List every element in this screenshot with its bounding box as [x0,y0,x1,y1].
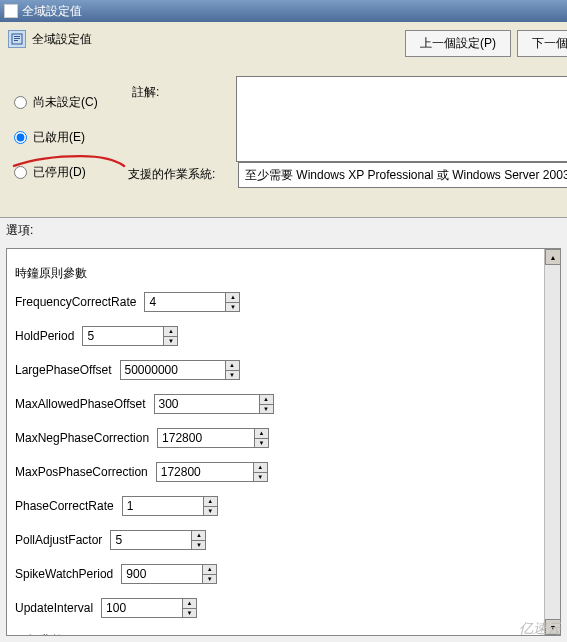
param-row-polladjustfactor: PollAdjustFactor ▲ ▼ [15,530,540,550]
prev-setting-button[interactable]: 上一個設定(P) [405,30,511,57]
param-label-phasecorrectrate: PhaseCorrectRate [15,499,122,513]
param-label-maxallowedphaseoffset: MaxAllowedPhaseOffset [15,397,154,411]
svg-rect-3 [14,40,18,41]
param-spinner-polladjustfactor[interactable]: ▲ ▼ [110,530,206,550]
titlebar: 全域設定值 [0,0,567,22]
options-panel: 時鐘原則參數 FrequencyCorrectRate ▲ ▼ HoldPeri… [6,248,561,636]
spin-down-icon[interactable]: ▼ [192,541,205,550]
radio-enabled-input[interactable] [14,131,27,144]
param-input-phasecorrectrate[interactable] [123,497,203,515]
param-input-updateinterval[interactable] [102,599,182,617]
scroll-up-button[interactable]: ▲ [545,249,561,265]
param-label-maxnegphasecorrection: MaxNegPhaseCorrection [15,431,157,445]
param-spinner-frequencycorrectrate[interactable]: ▲ ▼ [144,292,240,312]
param-label-holdperiod: HoldPeriod [15,329,82,343]
window-title: 全域設定值 [22,3,82,20]
spin-up-icon[interactable]: ▲ [260,395,273,405]
spin-down-icon[interactable]: ▼ [164,337,177,346]
settings-icon [8,30,26,48]
spin-down-icon[interactable]: ▼ [204,507,217,516]
svg-rect-2 [14,38,20,39]
radio-not-configured-input[interactable] [14,96,27,109]
general-section-title: 一般參數 [15,632,540,635]
param-row-maxallowedphaseoffset: MaxAllowedPhaseOffset ▲ ▼ [15,394,540,414]
spin-up-icon[interactable]: ▲ [204,497,217,507]
param-input-maxallowedphaseoffset[interactable] [155,395,259,413]
param-input-maxposphasecorrection[interactable] [157,463,253,481]
next-setting-button[interactable]: 下一個設定 [517,30,567,57]
comment-textarea[interactable] [236,76,567,162]
options-label: 選項: [6,222,33,239]
param-label-largephaseoffset: LargePhaseOffset [15,363,120,377]
radio-not-configured-label: 尚未設定(C) [33,94,98,111]
param-row-spikewatchperiod: SpikeWatchPeriod ▲ ▼ [15,564,540,584]
param-row-maxposphasecorrection: MaxPosPhaseCorrection ▲ ▼ [15,462,540,482]
spin-up-icon[interactable]: ▲ [254,463,267,473]
spin-down-icon[interactable]: ▼ [226,303,239,312]
param-spinner-holdperiod[interactable]: ▲ ▼ [82,326,178,346]
param-label-maxposphasecorrection: MaxPosPhaseCorrection [15,465,156,479]
state-radio-group: 尚未設定(C) 已啟用(E) 已停用(D) [14,94,124,199]
param-input-frequencycorrectrate[interactable] [145,293,225,311]
spin-down-icon[interactable]: ▼ [255,439,268,448]
param-row-phasecorrectrate: PhaseCorrectRate ▲ ▼ [15,496,540,516]
param-label-frequencycorrectrate: FrequencyCorrectRate [15,295,144,309]
spin-up-icon[interactable]: ▲ [226,361,239,371]
param-input-spikewatchperiod[interactable] [122,565,202,583]
spin-down-icon[interactable]: ▼ [254,473,267,482]
param-spinner-maxnegphasecorrection[interactable]: ▲ ▼ [157,428,269,448]
watermark: 亿速云 [519,620,561,638]
param-spinner-largephaseoffset[interactable]: ▲ ▼ [120,360,240,380]
spin-down-icon[interactable]: ▼ [260,405,273,414]
supported-os-label: 支援的作業系統: [128,166,215,183]
scrollbar[interactable]: ▲ ▼ [544,249,560,635]
param-input-maxnegphasecorrection[interactable] [158,429,254,447]
spin-down-icon[interactable]: ▼ [203,575,216,584]
radio-enabled[interactable]: 已啟用(E) [14,129,124,146]
spin-up-icon[interactable]: ▲ [255,429,268,439]
clock-policy-section-title: 時鐘原則參數 [15,265,540,282]
spin-up-icon[interactable]: ▲ [192,531,205,541]
spin-up-icon[interactable]: ▲ [183,599,196,609]
param-row-largephaseoffset: LargePhaseOffset ▲ ▼ [15,360,540,380]
param-spinner-spikewatchperiod[interactable]: ▲ ▼ [121,564,217,584]
param-row-updateinterval: UpdateInterval ▲ ▼ [15,598,540,618]
radio-disabled-label: 已停用(D) [33,164,86,181]
param-spinner-phasecorrectrate[interactable]: ▲ ▼ [122,496,218,516]
svg-rect-1 [14,36,20,37]
param-spinner-maxposphasecorrection[interactable]: ▲ ▼ [156,462,268,482]
radio-disabled-input[interactable] [14,166,27,179]
param-label-spikewatchperiod: SpikeWatchPeriod [15,567,121,581]
window-icon [4,4,18,18]
supported-os-text: 至少需要 Windows XP Professional 或 Windows S… [238,162,567,188]
param-label-updateinterval: UpdateInterval [15,601,101,615]
param-label-polladjustfactor: PollAdjustFactor [15,533,110,547]
radio-not-configured[interactable]: 尚未設定(C) [14,94,124,111]
spin-up-icon[interactable]: ▲ [203,565,216,575]
param-input-polladjustfactor[interactable] [111,531,191,549]
param-row-maxnegphasecorrection: MaxNegPhaseCorrection ▲ ▼ [15,428,540,448]
spin-down-icon[interactable]: ▼ [183,609,196,618]
param-spinner-updateinterval[interactable]: ▲ ▼ [101,598,197,618]
param-row-frequencycorrectrate: FrequencyCorrectRate ▲ ▼ [15,292,540,312]
settings-header-panel: 全域設定值 上一個設定(P) 下一個設定 尚未設定(C) 已啟用(E) 已停用(… [0,22,567,218]
comment-label: 註解: [132,84,159,101]
spin-up-icon[interactable]: ▲ [164,327,177,337]
param-input-holdperiod[interactable] [83,327,163,345]
spin-up-icon[interactable]: ▲ [226,293,239,303]
param-row-holdperiod: HoldPeriod ▲ ▼ [15,326,540,346]
spin-down-icon[interactable]: ▼ [226,371,239,380]
radio-enabled-label: 已啟用(E) [33,129,85,146]
radio-disabled[interactable]: 已停用(D) [14,164,124,181]
param-input-largephaseoffset[interactable] [121,361,225,379]
page-title: 全域設定值 [32,31,92,48]
param-spinner-maxallowedphaseoffset[interactable]: ▲ ▼ [154,394,274,414]
